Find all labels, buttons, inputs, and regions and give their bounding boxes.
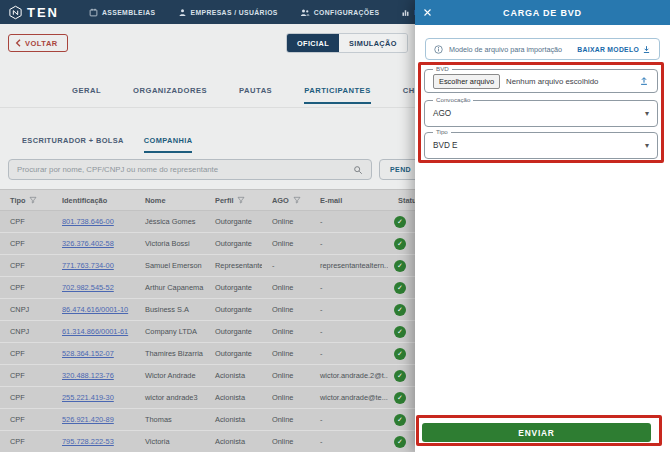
identificacao-link[interactable]: 702.982.545-52 [62,283,114,292]
cell-email: - [310,299,388,321]
cell-ago: - [262,255,310,277]
cell-identificacao: 528.364.152-07 [52,343,135,365]
nav-item-empresas-usuarios[interactable]: EMPRESAS / USUÁRIOS [178,8,278,17]
cell-perfil: Outorgante [205,321,262,343]
identificacao-link[interactable]: 255.221.419-30 [62,393,114,402]
tab-pautas[interactable]: PAUTAS [239,86,272,104]
status-ok-badge: ✓ [394,238,406,250]
cell-nome: wictor andrade3 [135,387,205,409]
download-icon [642,45,651,54]
cell-perfil: Outorgante [205,343,262,365]
identificacao-link[interactable]: 326.376.402-58 [62,239,114,248]
calendar-icon [89,8,98,17]
upload-icon[interactable] [639,76,649,86]
tipo-select[interactable]: Tipo BVD E ▾ [424,132,658,159]
column-header-tipo[interactable]: Tipo [0,190,52,211]
identificacao-link[interactable]: 795.728.222-53 [62,437,114,446]
nav-item-label: CONFIGURAÇÕES [314,9,380,16]
search-row: PEND [8,159,422,180]
download-template-button[interactable]: BAIXAR MODELO [577,45,651,54]
identificacao-link[interactable]: 86.474.616/0001-10 [62,305,128,314]
subtab-escriturador-bolsa[interactable]: ESCRITURADOR + BOLSA [22,136,124,153]
cell-perfil: Outorgante [205,277,262,299]
cell-nome: Victoria [135,431,205,452]
people-icon [300,8,310,17]
cell-nome: Samuel Emerson [135,255,205,277]
mode-simulation-button[interactable]: SIMULAÇÃO [339,34,407,52]
tipo-value: BVD E [433,141,639,150]
choose-file-button[interactable]: Escolher arquivo [433,74,500,89]
chevron-left-icon [15,39,21,47]
identificacao-link[interactable]: 61.314.866/0001-61 [62,327,128,336]
identificacao-link[interactable]: 526.921.420-89 [62,415,114,424]
app-logo[interactable]: TEN [8,5,59,20]
carga-bvd-drawer: CARGA DE BVD Modelo de arquivo para impo… [415,0,670,452]
cell-nome: Arthur Capanema [135,277,205,299]
column-header-nome[interactable]: Nome [135,190,205,211]
back-button-label: VOLTAR [25,39,58,48]
person-icon [178,8,187,17]
nav-item-configuracoes[interactable]: CONFIGURAÇÕES [300,8,380,17]
filter-icon[interactable] [29,196,37,204]
identificacao-link[interactable]: 771.763.734-00 [62,261,114,270]
tab-participantes[interactable]: PARTICIPANTES [304,86,371,104]
cell-email: - [310,431,388,452]
cell-ago: Online [262,343,310,365]
cell-identificacao: 801.738.646-00 [52,211,135,233]
column-header-ago[interactable]: AGO [262,190,310,211]
enviar-button[interactable]: ENVIAR [422,423,651,442]
column-header-perfil[interactable]: Perfil [205,190,262,211]
search-input[interactable] [17,165,353,174]
mode-official-button[interactable]: OFICIAL [287,34,339,52]
column-header-identificacao[interactable]: Identificação [52,190,135,211]
cell-perfil: Outorgante [205,233,262,255]
cell-identificacao: 86.474.616/0001-10 [52,299,135,321]
cell-tipo: CPF [0,277,52,299]
status-ok-badge: ✓ [394,436,406,448]
cell-nome: Jéssica Gomes [135,211,205,233]
cell-perfil: Acionista [205,387,262,409]
cell-identificacao: 526.921.420-89 [52,409,135,431]
convocacao-select[interactable]: Convocação AGO ▾ [424,100,658,127]
chevron-down-icon[interactable]: ▾ [645,141,649,150]
filter-icon[interactable] [293,196,301,204]
cell-identificacao: 795.728.222-53 [52,431,135,452]
info-icon [434,45,443,54]
cell-email: representantealtern... [310,255,388,277]
tab-geral[interactable]: GERAL [72,86,101,104]
identificacao-link[interactable]: 528.364.152-07 [62,349,114,358]
identificacao-link[interactable]: 801.738.646-00 [62,217,114,226]
ten-hexagon-icon [8,5,23,20]
status-ok-badge: ✓ [394,370,406,382]
close-icon [423,8,432,17]
subtab-companhia[interactable]: COMPANHIA [144,136,193,153]
column-header-email[interactable]: E-mail [310,190,388,211]
status-ok-badge: ✓ [394,392,406,404]
cell-identificacao: 326.376.402-58 [52,233,135,255]
status-ok-badge: ✓ [394,216,406,228]
convocacao-value: AGO [433,109,639,118]
filter-icon[interactable] [237,196,245,204]
nav-item-assembleias[interactable]: ASSEMBLEIAS [89,8,156,17]
identificacao-link[interactable]: 320.488.123-76 [62,371,114,380]
cell-tipo: CPF [0,431,52,452]
cell-identificacao: 771.763.734-00 [52,255,135,277]
back-button[interactable]: VOLTAR [8,34,68,52]
bvd-field-label: BVD [433,66,452,72]
tab-organizadores[interactable]: ORGANIZADORES [133,86,207,104]
cell-nome: Thomas [135,409,205,431]
cell-perfil: Acionista [205,431,262,452]
cell-tipo: CNPJ [0,321,52,343]
search-icon[interactable] [353,165,363,175]
cell-nome: Victoria Bossi [135,233,205,255]
cell-ago: Online [262,321,310,343]
chevron-down-icon[interactable]: ▾ [645,109,649,118]
close-button[interactable] [423,0,432,25]
cell-perfil: Acionista [205,409,262,431]
cell-nome: Business S.A [135,299,205,321]
cell-email: - [310,343,388,365]
cell-tipo: CPF [0,233,52,255]
status-ok-badge: ✓ [394,326,406,338]
status-ok-badge: ✓ [394,348,406,360]
cell-ago: Online [262,431,310,452]
